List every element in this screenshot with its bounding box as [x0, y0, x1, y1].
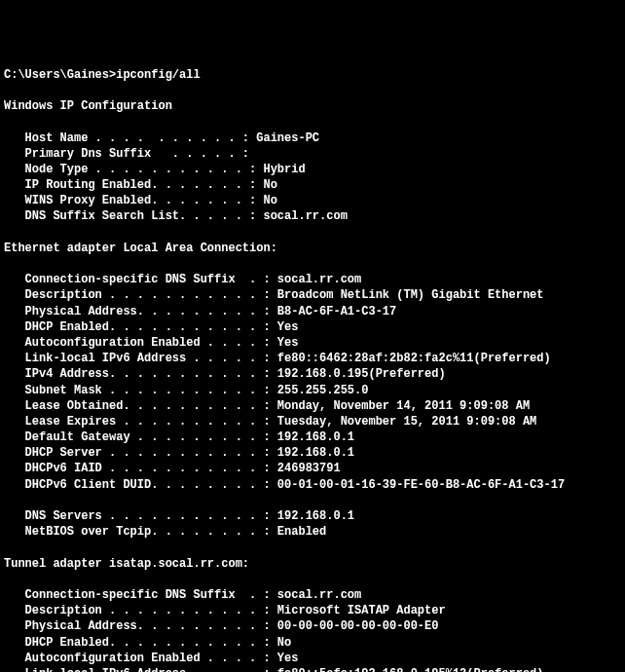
eth-link-local-ipv6-line: Link-local IPv6 Address . . . . . : fe80… [4, 352, 551, 365]
wins-proxy-line: WINS Proxy Enabled. . . . . . . : No [4, 194, 277, 207]
primary-dns-suffix-line: Primary Dns Suffix . . . . . : [4, 147, 249, 161]
eth-netbios-line: NetBIOS over Tcpip. . . . . . . . : Enab… [4, 525, 326, 539]
eth-autoconfig-line: Autoconfiguration Enabled . . . . : Yes [4, 336, 298, 350]
isatap-conn-suffix-line: Connection-specific DNS Suffix . : socal… [4, 588, 361, 602]
eth-dns-servers-line: DNS Servers . . . . . . . . . . . : 192.… [4, 509, 354, 523]
eth-dhcpv6-iaid-line: DHCPv6 IAID . . . . . . . . . . . : 2469… [4, 462, 341, 475]
isatap-dhcp-enabled-line: DHCP Enabled. . . . . . . . . . . : No [4, 636, 291, 650]
ip-routing-line: IP Routing Enabled. . . . . . . : No [4, 178, 277, 192]
isatap-autoconfig-line: Autoconfiguration Enabled . . . . : Yes [4, 652, 298, 665]
eth-physical-address-line: Physical Address. . . . . . . . . : B8-A… [4, 305, 396, 318]
host-name-line: Host Name . . . . . . . . . . : Gaines-P… [4, 131, 319, 145]
terminal-output[interactable]: C:\Users\Gaines>ipconfig/all Windows IP … [4, 67, 621, 672]
isatap-link-local-ipv6-line: Link-local IPv6 Address . . . . . : fe80… [4, 667, 544, 672]
eth-dhcp-server-line: DHCP Server . . . . . . . . . . . : 192.… [4, 446, 354, 460]
section-header: Windows IP Configuration [4, 99, 172, 113]
eth-subnet-mask-line: Subnet Mask . . . . . . . . . . . : 255.… [4, 384, 368, 397]
eth-lease-obtained-line: Lease Obtained. . . . . . . . . . : Mond… [4, 399, 530, 413]
eth-dhcpv6-duid-line: DHCPv6 Client DUID. . . . . . . . : 00-0… [4, 478, 565, 492]
dns-suffix-search-line: DNS Suffix Search List. . . . . : socal.… [4, 209, 348, 223]
command-prompt-line: C:\Users\Gaines>ipconfig/all [4, 68, 201, 82]
eth-lease-expires-line: Lease Expires . . . . . . . . . . : Tues… [4, 415, 536, 429]
eth-ipv4-address-line: IPv4 Address. . . . . . . . . . . : 192.… [4, 367, 446, 381]
eth-default-gateway-line: Default Gateway . . . . . . . . . : 192.… [4, 430, 354, 444]
ethernet-header: Ethernet adapter Local Area Connection: [4, 242, 277, 255]
eth-dhcp-enabled-line: DHCP Enabled. . . . . . . . . . . : Yes [4, 320, 298, 334]
isatap-physical-address-line: Physical Address. . . . . . . . . : 00-0… [4, 619, 438, 633]
isatap-header: Tunnel adapter isatap.socal.rr.com: [4, 557, 249, 571]
node-type-line: Node Type . . . . . . . . . . . : Hybrid [4, 163, 306, 176]
isatap-description-line: Description . . . . . . . . . . . : Micr… [4, 604, 446, 617]
eth-conn-suffix-line: Connection-specific DNS Suffix . : socal… [4, 273, 361, 286]
eth-description-line: Description . . . . . . . . . . . : Broa… [4, 288, 544, 302]
